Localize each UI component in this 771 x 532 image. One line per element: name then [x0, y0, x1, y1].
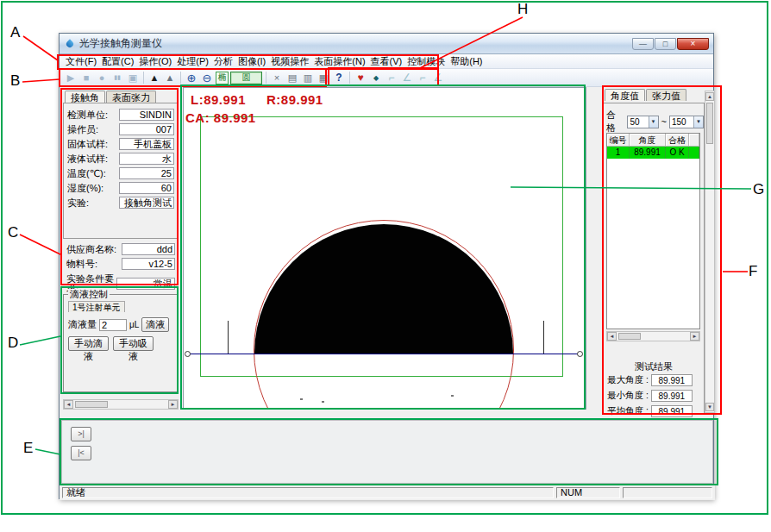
- pass-max-value: 150: [670, 116, 693, 128]
- scroll-down-arrow[interactable]: ▼: [705, 403, 714, 411]
- cell-partial: [689, 147, 699, 159]
- field-supplier-input[interactable]: ddd: [122, 243, 175, 255]
- snapshot-dark-icon[interactable]: ▲: [147, 71, 161, 84]
- field-temperature-label: 温度(℃):: [67, 168, 119, 178]
- hand-icon[interactable]: ♥: [354, 71, 367, 84]
- scroll-left-arrow[interactable]: ◄: [607, 332, 617, 341]
- dispense-icon[interactable]: ◆: [369, 71, 383, 84]
- left-panel-hscrollbar[interactable]: ◄ ►: [63, 399, 179, 410]
- result-row-min: 最小角度 : 89.991: [607, 390, 693, 402]
- scroll-thumb[interactable]: [75, 401, 108, 408]
- field-condition-input[interactable]: 常温: [116, 278, 175, 290]
- manual-suck-button[interactable]: 手动吸液: [113, 336, 154, 351]
- field-humidity-input[interactable]: 60: [119, 182, 174, 194]
- help-icon[interactable]: ?: [332, 71, 346, 84]
- baseline-tool-icon[interactable]: ⌐: [385, 71, 398, 84]
- copy-icon[interactable]: ▤: [285, 71, 299, 84]
- table-row[interactable]: 1 89.991 O K: [607, 147, 699, 159]
- paste-icon[interactable]: ▥: [301, 71, 315, 84]
- tab-angle-values[interactable]: 角度值: [605, 89, 645, 101]
- min-angle-value[interactable]: 89.991: [651, 390, 693, 402]
- drop-volume-label: 滴液量: [68, 318, 97, 331]
- zoom-in-icon[interactable]: ⊕: [185, 71, 198, 84]
- titlebar[interactable]: 光学接触角测量仪 — □ ×: [60, 34, 713, 54]
- drop-volume-input[interactable]: 2: [99, 319, 127, 331]
- menu-video-ops[interactable]: 视频操作: [268, 55, 311, 68]
- scroll-right-arrow[interactable]: ►: [690, 332, 699, 341]
- callout-line-d: [20, 336, 60, 345]
- image-area[interactable]: L:89.991 R:89.991 CA: 89.991: [183, 87, 586, 410]
- menu-config[interactable]: 配置(C): [99, 55, 136, 68]
- menu-process[interactable]: 处理(P): [174, 55, 211, 68]
- stop-icon[interactable]: ■: [79, 71, 93, 84]
- avg-angle-value[interactable]: 89.991: [651, 405, 693, 417]
- manual-drop-button[interactable]: 手动滴液: [68, 336, 109, 351]
- dust-speck: [300, 398, 303, 400]
- angle-table[interactable]: 编号 角度 合格 1 89.991 O K: [606, 133, 700, 329]
- menu-help[interactable]: 帮助(H): [448, 55, 485, 68]
- ellipse-fit-button[interactable]: 椭: [216, 72, 229, 84]
- print-icon[interactable]: ▦: [317, 71, 330, 84]
- max-angle-value[interactable]: 89.991: [651, 374, 693, 386]
- tab-contact-angle[interactable]: 接触角: [65, 91, 105, 103]
- field-material-no-input[interactable]: v12-5: [122, 258, 175, 270]
- field-unit-input[interactable]: SINDIN: [119, 109, 174, 121]
- callout-label-g: G: [753, 181, 764, 198]
- angle-right-tool-icon[interactable]: ⌐: [416, 71, 429, 84]
- field-temperature-input[interactable]: 25: [119, 167, 174, 179]
- scroll-up-arrow[interactable]: ▲: [705, 92, 714, 101]
- menu-view[interactable]: 查看(V): [368, 55, 405, 68]
- field-solid-sample-input[interactable]: 手机盖板: [119, 138, 174, 150]
- menu-control-module[interactable]: 控制模块: [404, 55, 448, 68]
- baseline-handle-right[interactable]: [577, 351, 583, 357]
- scroll-right-arrow[interactable]: ►: [168, 400, 178, 409]
- frame-icon[interactable]: ▣: [126, 71, 140, 84]
- field-experiment: 实验: 接触角测试: [67, 197, 174, 209]
- circle-fit-button[interactable]: 圆: [230, 72, 262, 84]
- pause-icon[interactable]: ▮▮: [110, 71, 124, 84]
- chevron-down-icon[interactable]: ▼: [693, 116, 703, 128]
- menu-surface-ops[interactable]: 表面操作(N): [311, 55, 367, 68]
- app-window: 光学接触角测量仪 — □ × 文件(F) 配置(C) 操作(O) 处理(P) 分…: [59, 33, 714, 499]
- angle-both-tool-icon[interactable]: ∠: [431, 71, 445, 84]
- callout-line-e: [35, 449, 60, 454]
- tab-tension-values[interactable]: 张力值: [646, 89, 686, 101]
- play-icon[interactable]: ▶: [64, 71, 78, 84]
- menu-image[interactable]: 图像(I): [235, 55, 268, 68]
- drop-button[interactable]: 滴液: [141, 317, 169, 332]
- menu-analysis[interactable]: 分析: [211, 55, 235, 68]
- record-icon[interactable]: ●: [95, 71, 109, 84]
- range-tilde: ~: [661, 116, 667, 127]
- field-operator: 操作员: 007: [67, 123, 174, 135]
- chevron-down-icon[interactable]: ▼: [649, 116, 658, 128]
- baseline-line[interactable]: [189, 354, 579, 354]
- snapshot-light-icon[interactable]: ▲: [163, 71, 177, 84]
- left-panel-tabs: 接触角 表面张力: [65, 91, 157, 103]
- step-forward-button[interactable]: >|: [71, 427, 91, 441]
- field-solid-sample-label: 固体试样:: [67, 139, 119, 149]
- scroll-thumb[interactable]: [706, 103, 713, 144]
- scroll-thumb[interactable]: [618, 333, 641, 340]
- baseline-handle-left[interactable]: [185, 351, 191, 357]
- pass-min-select[interactable]: 50 ▼: [627, 116, 658, 128]
- step-back-button[interactable]: |<: [71, 446, 91, 460]
- pass-max-select[interactable]: 150 ▼: [669, 116, 704, 128]
- close-button[interactable]: ×: [677, 38, 709, 50]
- zoom-out-icon[interactable]: ⊖: [200, 71, 214, 84]
- maximize-button[interactable]: □: [655, 38, 676, 50]
- menu-operation[interactable]: 操作(O): [136, 55, 174, 68]
- tab-surface-tension[interactable]: 表面张力: [106, 91, 156, 103]
- field-liquid-sample-input[interactable]: 水: [119, 153, 174, 165]
- field-operator-input[interactable]: 007: [119, 123, 174, 135]
- table-hscrollbar[interactable]: ◄ ►: [606, 331, 700, 341]
- scroll-left-arrow[interactable]: ◄: [64, 400, 73, 409]
- angle-left-tool-icon[interactable]: ∠: [400, 71, 414, 84]
- contact-angle-tab-panel: 检测单位: SINDIN 操作员: 007 固体试样: 手机盖板 液体试样: 水…: [63, 103, 179, 239]
- field-experiment-input[interactable]: 接触角测试: [119, 197, 174, 209]
- injection-unit-tab[interactable]: 1号注射单元: [68, 301, 125, 312]
- minimize-button[interactable]: —: [632, 38, 654, 50]
- left-panel: 接触角 表面张力 检测单位: SINDIN 操作员: 007 固体试样: 手机盖…: [61, 89, 180, 418]
- right-scrollbar[interactable]: ▲ ▼: [705, 91, 715, 413]
- cut-icon[interactable]: ×: [270, 71, 284, 84]
- menu-file[interactable]: 文件(F): [63, 55, 99, 68]
